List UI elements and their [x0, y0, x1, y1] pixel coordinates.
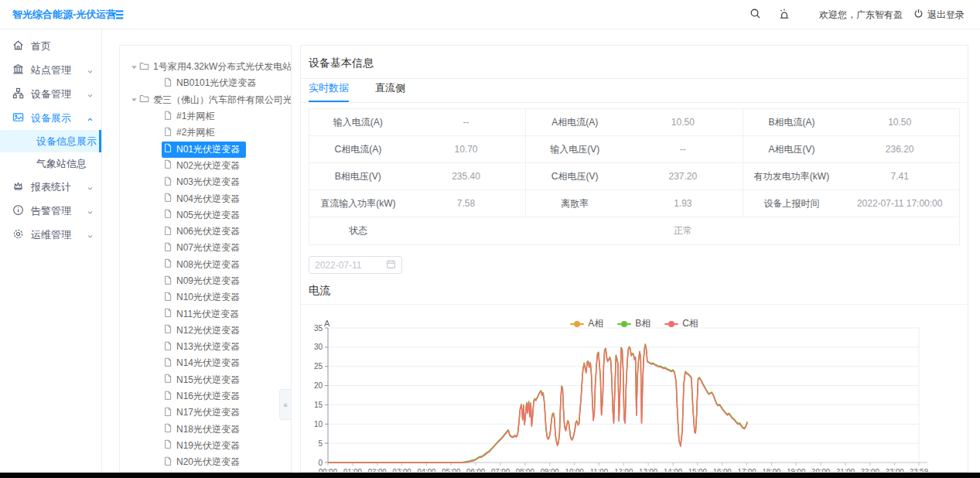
legend-item-C相[interactable]: C相: [664, 317, 698, 330]
info-pair: C相电压(V)237.20: [526, 163, 743, 189]
date-picker[interactable]: 2022-07-11: [309, 256, 402, 274]
menu-fold-button[interactable]: [110, 8, 125, 22]
search-button[interactable]: [741, 0, 770, 29]
svg-text:07:00: 07:00: [491, 466, 510, 473]
report-icon: [12, 180, 24, 194]
svg-text:04:00: 04:00: [417, 466, 435, 473]
svg-text:15: 15: [314, 401, 323, 409]
tree-collapse-handle[interactable]: «: [279, 389, 291, 420]
tree-node-label: 爱三（佛山）汽车部件有限公司光伏发: [153, 94, 291, 107]
tree-node-label: N05光伏逆变器: [176, 209, 240, 222]
info-value: 236.20: [840, 136, 959, 162]
tree-node-device-12[interactable]: N08光伏逆变器: [120, 257, 291, 273]
chart-divider: [301, 304, 968, 305]
tree-node-device-17[interactable]: N13光伏逆变器: [120, 339, 291, 355]
tree-node-device-19[interactable]: N15光伏逆变器: [120, 372, 291, 388]
file-icon: [163, 439, 172, 452]
tree-node-device-13[interactable]: N09光伏逆变器: [120, 273, 291, 289]
sidebar-subitem-3-1[interactable]: 气象站信息: [0, 152, 101, 175]
sidebar-item-6[interactable]: 运维管理: [0, 223, 101, 247]
sidebar-item-label: 告警管理: [31, 204, 71, 218]
tree-node-device-5[interactable]: N01光伏逆变器: [120, 141, 291, 157]
tab-0[interactable]: 实时数据: [309, 81, 349, 102]
tree-node-label: N06光伏逆变器: [176, 225, 240, 238]
tree-node-device-10[interactable]: N06光伏逆变器: [120, 224, 291, 240]
sidebar-item-0[interactable]: 首页: [0, 34, 101, 58]
chevron-down-icon: [87, 183, 94, 194]
tree-node-label: N11光伏逆变器: [176, 308, 239, 321]
svg-text:19:00: 19:00: [787, 466, 805, 473]
svg-text:00:00: 00:00: [319, 466, 337, 473]
chevron-up-icon: [87, 114, 94, 125]
tree-node-device-16[interactable]: N12光伏逆变器: [120, 323, 291, 339]
sidebar-item-2[interactable]: 设备管理: [0, 82, 101, 106]
tree-node-device-15[interactable]: N11光伏逆变器: [120, 306, 291, 322]
tree-node-label: N17光伏逆变器: [176, 406, 240, 419]
tab-1[interactable]: 直流侧: [375, 81, 405, 102]
tree-node-device-14[interactable]: N10光伏逆变器: [120, 289, 291, 306]
legend-item-B相[interactable]: B相: [617, 317, 650, 330]
folder-icon: [139, 94, 149, 106]
sidebar-item-3[interactable]: 设备展示: [0, 106, 101, 130]
sidebar-item-5[interactable]: 告警管理: [0, 199, 101, 223]
menu-fold-icon: [110, 12, 125, 24]
current-chart: A A相B相C相 0510152025303500:0001:0002:0003…: [301, 317, 968, 473]
info-label: 设备上报时间: [743, 190, 841, 217]
caret-down-icon[interactable]: [131, 64, 138, 70]
info-value: 7.41: [840, 163, 959, 189]
tree-node-device-23[interactable]: N19光伏逆变器: [120, 438, 291, 454]
info-pair: A相电流(A)10.50: [526, 109, 743, 135]
tree-node-device-9[interactable]: N05光伏逆变器: [120, 207, 291, 224]
calendar-icon: [386, 259, 396, 271]
info-value: 10.70: [407, 136, 526, 162]
svg-text:08:00: 08:00: [516, 466, 534, 473]
folder-icon: [139, 61, 149, 73]
tree-node-label: #2并网柜: [176, 126, 214, 139]
legend-label: C相: [682, 317, 698, 330]
tree-node-station-2[interactable]: 爱三（佛山）汽车部件有限公司光伏发: [120, 92, 291, 108]
ops-icon: [12, 228, 24, 242]
file-icon: [163, 407, 172, 419]
info-value: 10.50: [623, 109, 743, 135]
sidebar-item-4[interactable]: 报表统计: [0, 175, 101, 199]
top-header: 智光综合能源-光伏运营 欢迎您，广东智有盈 退出登录: [0, 0, 980, 29]
legend-marker-icon: [617, 321, 631, 327]
tree-node-device-8[interactable]: N04光伏逆变器: [120, 190, 291, 207]
sidebar-item-1[interactable]: 站点管理: [0, 58, 101, 82]
caret-down-icon[interactable]: [131, 97, 138, 103]
tree-node-device-6[interactable]: N02光伏逆变器: [120, 158, 291, 174]
chart-plot: 0510152025303500:0001:0002:0003:0004:000…: [301, 317, 954, 473]
tree-node-label: N16光伏逆变器: [176, 390, 240, 403]
info-value: --: [623, 136, 743, 162]
alarm-button[interactable]: [770, 0, 799, 29]
legend-label: B相: [635, 317, 650, 330]
app-brand: 智光综合能源-光伏运营: [12, 0, 116, 29]
logout-button[interactable]: 退出登录: [913, 9, 965, 22]
svg-text:25: 25: [314, 362, 323, 370]
tree-node-device-20[interactable]: N16光伏逆变器: [120, 388, 291, 405]
info-pair: 输入电流(A)--: [309, 109, 526, 135]
legend-item-A相[interactable]: A相: [570, 317, 603, 330]
tree-node-station-0[interactable]: 1号家用4.32kW分布式光伏发电站: [120, 59, 291, 75]
tree-node-device-4[interactable]: #2并网柜: [120, 125, 291, 141]
tree-node-device-11[interactable]: N07光伏逆变器: [120, 240, 291, 256]
tree-node-device-24[interactable]: N20光伏逆变器: [120, 454, 291, 470]
info-label: 输入电流(A): [309, 109, 407, 135]
tree-node-device-3[interactable]: #1并网柜: [120, 108, 291, 125]
alarm-siren-icon: [778, 8, 790, 22]
tree-node-label: N01光伏逆变器: [176, 143, 240, 156]
file-icon: [163, 127, 172, 139]
device-tree-panel: 1号家用4.32kW分布式光伏发电站NB0101光伏逆变器爱三（佛山）汽车部件有…: [119, 45, 292, 473]
tree-node-device-18[interactable]: N14光伏逆变器: [120, 355, 291, 371]
sidebar-subitem-3-0[interactable]: 设备信息展示: [0, 130, 101, 152]
tree-node-device-1[interactable]: NB0101光伏逆变器: [120, 75, 291, 91]
svg-text:10:00: 10:00: [565, 466, 584, 473]
sidebar-item-label: 首页: [31, 39, 51, 53]
tree-node-device-22[interactable]: N18光伏逆变器: [120, 422, 291, 438]
tree-node-device-21[interactable]: N17光伏逆变器: [120, 405, 291, 421]
tree-node-label: N18光伏逆变器: [176, 423, 240, 436]
legend-marker-icon: [664, 321, 678, 327]
tree-node-label: N04光伏逆变器: [176, 193, 240, 206]
tree-node-device-7[interactable]: N03光伏逆变器: [120, 174, 291, 190]
alert-icon: [12, 204, 24, 218]
